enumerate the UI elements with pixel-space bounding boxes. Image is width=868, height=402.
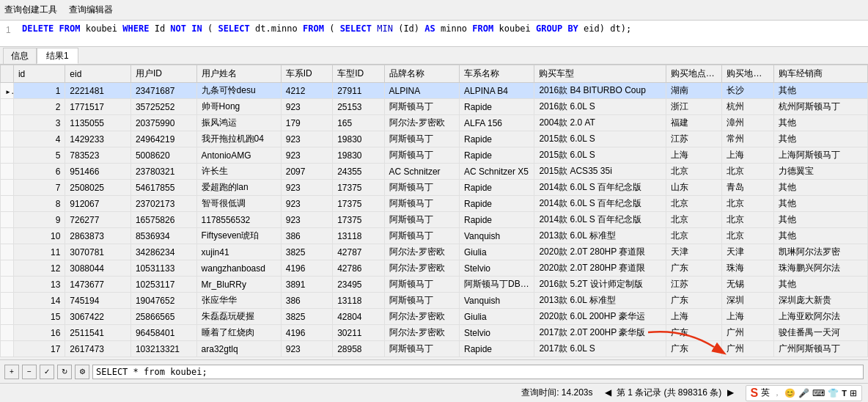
table-cell: 10531133	[130, 260, 196, 277]
table-row[interactable]: 172617473103213321ara32gtlq92328958阿斯顿马丁…	[1, 341, 868, 357]
row-indicator	[1, 309, 14, 325]
table-row[interactable]: 12308804410531133wangzhanboasd419642786阿…	[1, 260, 868, 277]
delete-row-btn[interactable]: −	[22, 365, 37, 379]
ime-emoji-icon[interactable]: 😊	[784, 388, 795, 398]
table-cell: 2	[13, 99, 65, 115]
table-row[interactable]: 4142923324964219我开拖拉机跑0492319830阿斯顿马丁Rap…	[1, 131, 868, 147]
table-cell: 2004款 2.0 AT	[534, 115, 666, 131]
ime-sep: ，	[773, 387, 781, 399]
table-cell: 42787	[333, 244, 384, 260]
table-row[interactable]: 57835235008620AntonioAMG92319830阿斯顿马丁Rap…	[1, 147, 868, 164]
table-cell: 骏佳番禺一天河	[773, 325, 867, 341]
table-cell: 天津	[722, 244, 773, 260]
table-cell: 睡着了红烧肉	[196, 325, 281, 341]
table-row[interactable]: 972627716575826117855653292317375阿斯顿马丁Ra…	[1, 212, 868, 228]
table-cell: 23780321	[130, 164, 196, 180]
table-cell: 2015款 6.0L S	[534, 131, 666, 147]
table-cell: 3825	[281, 309, 332, 325]
record-next-btn[interactable]: ▶	[727, 387, 734, 398]
table-row[interactable]: 16251154196458401睡着了红烧肉419630211阿尔法-罗密欧S…	[1, 325, 868, 341]
table-cell: 17375	[333, 196, 384, 212]
table-cell: 凯琳阿尔法罗密	[773, 244, 867, 260]
check-btn[interactable]: ✓	[40, 365, 54, 379]
table-cell: 19047652	[130, 293, 196, 309]
table-cell: 165	[333, 115, 384, 131]
col-header-uid[interactable]: 用户ID	[130, 65, 196, 83]
table-cell: 2016款 5.2T 设计师定制版	[534, 277, 666, 293]
row-indicator	[1, 212, 14, 228]
table-row[interactable]: 15306742225866565朱磊磊玩硬握382542804阿尔法-罗密欧G…	[1, 309, 868, 325]
record-prev-btn[interactable]: ◀	[605, 387, 611, 398]
table-row[interactable]: ►1222148123471687九条可怜desu421227911ALPINA…	[1, 83, 868, 99]
tab-results[interactable]: 结果1	[37, 48, 78, 64]
col-header-uname[interactable]: 用户姓名	[196, 65, 281, 83]
col-header-city[interactable]: 购买地点(市)	[722, 65, 773, 83]
table-cell: 23495	[333, 277, 384, 293]
col-header-cxtype[interactable]: 车型ID	[333, 65, 384, 83]
table-cell: 我开拖拉机跑04	[196, 131, 281, 147]
col-header-dealer[interactable]: 购车经销商	[773, 65, 867, 83]
table-cell: 智哥很低调	[196, 196, 281, 212]
table-row[interactable]: 1474519419047652张应华华38613118阿斯顿马丁Vanquis…	[1, 293, 868, 309]
col-header-brand[interactable]: 品牌名称	[384, 65, 459, 83]
row-indicator	[1, 341, 14, 357]
table-cell: ALPINA	[384, 83, 459, 99]
refresh-btn[interactable]: ↻	[57, 365, 72, 379]
table-cell: Stelvio	[460, 325, 534, 341]
table-cell: 17375	[333, 180, 384, 196]
col-header-cxid[interactable]: 车系ID	[281, 65, 332, 83]
row-indicator	[1, 325, 14, 341]
table-cell: 2221481	[65, 83, 131, 99]
table-cell: 青岛	[722, 180, 773, 196]
table-cell: 2016款 B4 BITURBO Coup	[534, 83, 666, 99]
sql-input[interactable]	[92, 365, 864, 379]
add-row-btn[interactable]: +	[4, 365, 19, 379]
table-cell: 阿斯顿马丁	[384, 341, 459, 357]
table-cell: 96458401	[130, 325, 196, 341]
ime-lang-label[interactable]: 英	[761, 387, 770, 399]
col-header-eid[interactable]: eid	[65, 65, 131, 83]
table-cell: 其他	[773, 212, 867, 228]
ime-t-icon[interactable]: T	[842, 389, 847, 398]
col-header-prov[interactable]: 购买地点(省)	[666, 65, 722, 83]
table-row[interactable]: 2177151735725252帅哥Hong92325153阿斯顿马丁Rapid…	[1, 99, 868, 115]
row-indicator	[1, 244, 14, 260]
settings-btn[interactable]: ⚙	[75, 365, 89, 379]
table-cell: 923	[281, 341, 332, 357]
table-row[interactable]: 891206723702173智哥很低调92317375阿斯顿马丁Rapide2…	[1, 196, 868, 212]
table-cell: 4212	[281, 83, 332, 99]
col-header-id[interactable]: id	[13, 65, 65, 83]
table-row[interactable]: 7250802554617855爱超跑的lan92317375阿斯顿马丁Rapi…	[1, 180, 868, 196]
table-row[interactable]: 1028638738536934Fiftyseven琥珀38613118阿斯顿马…	[1, 228, 868, 244]
row-indicator	[1, 115, 14, 131]
query-builder-btn[interactable]: 查询创建工具	[4, 4, 57, 16]
table-cell: 14	[13, 293, 65, 309]
table-cell: 42804	[333, 309, 384, 325]
table-cell: 阿斯顿马丁	[384, 293, 459, 309]
table-cell: 3	[13, 115, 65, 131]
query-editor-btn[interactable]: 查询编辑器	[69, 4, 113, 16]
table-cell: 912067	[65, 196, 131, 212]
table-cell: 4196	[281, 260, 332, 277]
ime-grid-icon[interactable]: ⊞	[850, 388, 857, 398]
table-cell: 力德翼宝	[773, 164, 867, 180]
table-cell: 30211	[333, 325, 384, 341]
table-cell: 阿斯顿马丁	[384, 147, 459, 164]
ime-mic-icon[interactable]: 🎤	[798, 388, 809, 398]
table-cell: 阿斯顿马丁	[384, 212, 459, 228]
sql-content[interactable]: DELETE FROM koubei WHERE Id NOT IN ( SEL…	[22, 23, 862, 34]
table-cell: 北京	[722, 196, 773, 212]
table-row[interactable]: 695146623780321许长生209724355AC SchnitzerA…	[1, 164, 868, 180]
tab-info[interactable]: 信息	[3, 48, 37, 64]
table-row[interactable]: 3113505520375990振风鸿运179165阿尔法-罗密欧ALFA 15…	[1, 115, 868, 131]
table-cell: 阿斯顿马丁	[384, 180, 459, 196]
ime-skin-icon[interactable]: 👕	[828, 388, 839, 398]
table-cell: 浙江	[666, 99, 722, 115]
table-scroll[interactable]: id eid 用户ID 用户姓名 车系ID 车型ID 品牌名称 车系名称 购买车…	[0, 65, 868, 359]
table-row[interactable]: 11307078134286234xujin41382542787阿尔法-罗密欧…	[1, 244, 868, 260]
table-cell: 2020款 6.0L 200HP 豪华运	[534, 309, 666, 325]
col-header-cxname[interactable]: 车系名称	[460, 65, 534, 83]
ime-keyboard-icon[interactable]: ⌨	[812, 388, 825, 398]
table-row[interactable]: 13147367710253117Mr_BluRRy389123495阿斯顿马丁…	[1, 277, 868, 293]
col-header-butype[interactable]: 购买车型	[534, 65, 666, 83]
